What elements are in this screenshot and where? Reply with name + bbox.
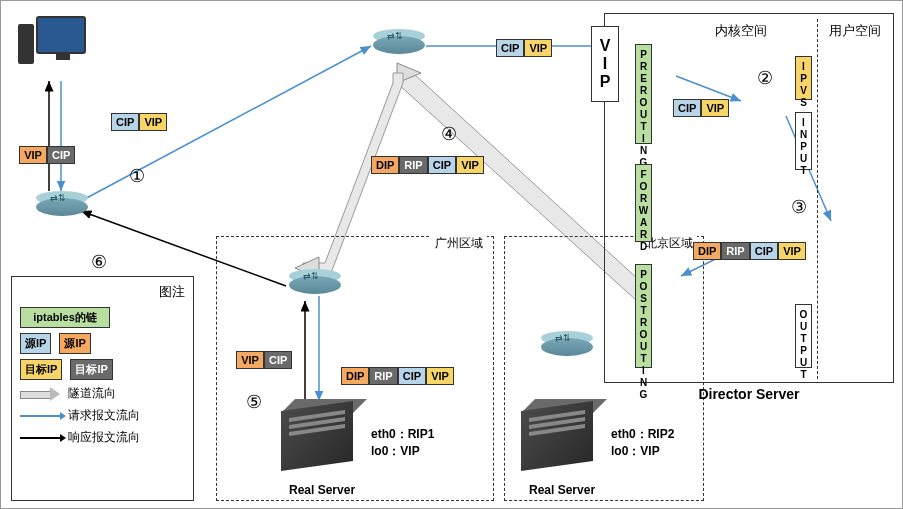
tag-rip: RIP — [721, 242, 749, 260]
server1-eth0: eth0：RIP1 — [371, 426, 434, 443]
vip-box: VIP — [591, 26, 619, 102]
step-5: ⑤ — [246, 391, 262, 413]
tag-vip: VIP — [456, 156, 484, 174]
tags-dip-rip-cip-vip-d: DIP RIP CIP VIP — [693, 242, 806, 260]
tag-cip: CIP — [111, 113, 139, 131]
tag-cip: CIP — [750, 242, 778, 260]
tag-rip: RIP — [399, 156, 427, 174]
step-4: ④ — [441, 123, 457, 145]
prerouting-box: PREROUTING — [635, 44, 652, 144]
diagram-canvas: ⇄⇅ ⇄⇅ ⇄⇅ ⇄⇅ CIP VIP VIP CIP CIP VIP DIP … — [0, 0, 903, 509]
legend-dstip-yellow: 目标IP — [20, 359, 62, 380]
region-guangzhou: 广州区域 — [216, 236, 494, 501]
real-server-1 — [281, 406, 353, 478]
svg-marker-11 — [397, 63, 421, 83]
region-label: 广州区域 — [431, 235, 487, 252]
server2-lo0: lo0：VIP — [611, 443, 660, 460]
legend-dstip-gray: 目标IP — [70, 359, 112, 380]
tag-cip: CIP — [428, 156, 456, 174]
tag-vip: VIP — [524, 39, 552, 57]
tag-cip: CIP — [496, 39, 524, 57]
step-2: ② — [757, 67, 773, 89]
server1-label: Real Server — [289, 483, 355, 497]
legend-title: 图注 — [20, 283, 185, 301]
tags-cip-vip-d1: CIP VIP — [673, 99, 729, 117]
legend-tunnel: 隧道流向 — [68, 385, 116, 402]
request-line-icon — [20, 415, 60, 417]
output-box: OUTPUT — [795, 304, 812, 368]
legend-iptables: iptables的链 — [20, 307, 110, 328]
step-6: ⑥ — [91, 251, 107, 273]
input-box: INPUT — [795, 112, 812, 170]
tag-dip: DIP — [693, 242, 721, 260]
user-label: 用户空间 — [829, 22, 881, 40]
client-computer — [36, 16, 86, 54]
real-server-2 — [521, 406, 593, 478]
server1-lo0: lo0：VIP — [371, 443, 420, 460]
forward-box: FORWARD — [635, 164, 652, 242]
tag-vip: VIP — [19, 146, 47, 164]
legend-box: 图注 iptables的链 源IP 源IP 目标IP 目标IP 隧道流向 请求报… — [11, 276, 194, 501]
tunnel-arrow-icon — [20, 387, 60, 401]
router-top: ⇄⇅ — [373, 29, 425, 61]
tag-cip: CIP — [673, 99, 701, 117]
tag-vip: VIP — [139, 113, 167, 131]
tag-cip: CIP — [47, 146, 75, 164]
server2-label: Real Server — [529, 483, 595, 497]
tags-cip-vip-1: CIP VIP — [111, 113, 167, 131]
router-left: ⇄⇅ — [36, 191, 88, 223]
tags-dip-rip-cip-vip-1: DIP RIP CIP VIP — [371, 156, 484, 174]
step-1: ① — [129, 165, 145, 187]
response-line-icon — [20, 437, 60, 439]
step-3: ③ — [791, 196, 807, 218]
tag-dip: DIP — [371, 156, 399, 174]
kernel-label: 内核空间 — [715, 22, 767, 40]
tags-cip-vip-2: CIP VIP — [496, 39, 552, 57]
legend-srcip-orange: 源IP — [59, 333, 90, 354]
legend-response: 响应报文流向 — [68, 429, 140, 446]
space-divider — [817, 19, 818, 379]
server2-eth0: eth0：RIP2 — [611, 426, 674, 443]
tag-vip: VIP — [778, 242, 806, 260]
director-server: VIP 内核空间 用户空间 PREROUTING FORWARD POSTROU… — [604, 13, 894, 383]
tags-vip-cip-1: VIP CIP — [19, 146, 75, 164]
director-title: Director Server — [605, 386, 893, 402]
legend-srcip-blue: 源IP — [20, 333, 51, 354]
legend-request: 请求报文流向 — [68, 407, 140, 424]
postrouting-box: POSTROUTING — [635, 264, 652, 368]
tag-vip: VIP — [701, 99, 729, 117]
ipvs-box: IPVS — [795, 56, 812, 100]
